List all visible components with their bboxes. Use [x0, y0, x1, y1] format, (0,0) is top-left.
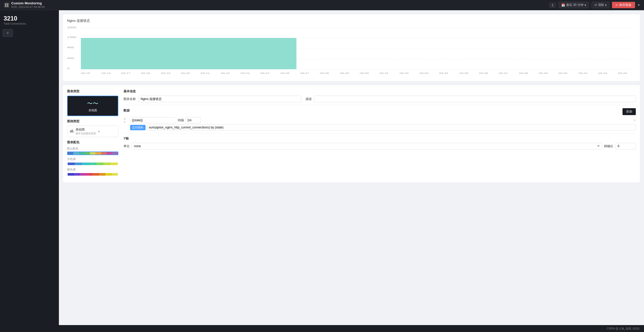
warm-palette[interactable]	[67, 173, 118, 176]
default-palette[interactable]	[67, 152, 118, 155]
chevron-down-icon-3: ▾	[98, 130, 100, 133]
app-logo	[4, 3, 9, 8]
chevron-down-icon-2: ▾	[605, 3, 607, 7]
legend-type-section: 图例类型 基础图 最常见的图表类型 ▾	[67, 119, 118, 137]
time-range-button[interactable]: 📅 最近 30 分钟 ▾	[558, 2, 589, 8]
legend-type-section-title: 图例类型	[67, 119, 118, 124]
warm-swatch-2	[74, 173, 80, 176]
svg-text:09:17: 09:17	[121, 72, 130, 74]
svg-rect-1	[7, 4, 8, 5]
svg-text:09:37: 09:37	[499, 72, 508, 74]
plus-icon: +	[6, 31, 9, 36]
refresh-icon: ↺	[594, 3, 597, 7]
palette-swatch-6	[96, 152, 101, 155]
desc-label: 描述	[306, 97, 312, 101]
warm-swatch-5	[93, 173, 99, 176]
divider-2	[123, 133, 636, 133]
svg-text:09:35: 09:35	[459, 72, 469, 74]
close-button[interactable]: ×	[638, 3, 640, 7]
move-down-icon: ▼	[123, 120, 129, 123]
svg-rect-0	[5, 4, 6, 5]
default-palette-label: 默认配色	[67, 147, 118, 150]
svg-text:450: 450	[67, 57, 74, 59]
color-palette-section: 图表配色 默认配色 冷色调	[67, 140, 118, 176]
yaxis-row: 单位 none 精确位	[123, 143, 636, 149]
yaxis-section: Y轴 单位 none 精确位	[123, 136, 636, 149]
svg-text:09:38: 09:38	[519, 72, 528, 74]
svg-marker-14	[81, 38, 296, 69]
query-input[interactable]	[147, 124, 636, 130]
main-content: Nginx 连接状态 1800 1350 900 450 0	[59, 10, 644, 332]
chart-panel: Nginx 连接状态 1800 1350 900 450 0	[63, 14, 640, 81]
cold-palette[interactable]	[67, 162, 118, 166]
desc-input[interactable]	[314, 96, 636, 102]
svg-rect-43	[70, 130, 71, 133]
chart-title: Nginx 连接状态	[67, 18, 636, 23]
data-query-row: 监控图标	[130, 124, 636, 130]
add-panel-button[interactable]: +	[3, 29, 13, 37]
chart-name-input[interactable]	[138, 96, 302, 102]
palette-swatch-1	[68, 152, 73, 155]
datasource-badge[interactable]: 监控图标	[130, 125, 146, 130]
basic-info-title: 基本信息	[123, 89, 636, 94]
refresh-label: 清除	[598, 3, 604, 7]
warm-swatch-7	[105, 173, 112, 176]
svg-text:09:16: 09:16	[101, 72, 111, 74]
svg-text:09:15: 09:15	[81, 72, 90, 74]
warm-swatch-1	[68, 173, 74, 176]
precision-input[interactable]	[615, 143, 636, 149]
move-up-icon: ▲	[123, 117, 129, 120]
svg-text:09:34: 09:34	[439, 72, 449, 74]
app-title: Custom Monitoring	[11, 1, 45, 5]
bar-chart-icon	[70, 129, 74, 133]
legend-name-input[interactable]	[130, 117, 176, 123]
svg-text:09:24: 09:24	[260, 72, 270, 74]
svg-text:1800: 1800	[67, 26, 76, 29]
cold-swatch-1	[68, 163, 75, 165]
warm-swatch-3	[80, 173, 87, 176]
calendar-icon: 📅	[561, 3, 565, 7]
legend-type-value: 基础图	[76, 127, 96, 132]
config-panel: 图表类型 〜〜 折线图 图例类型 基础图 最常见的图表类型	[63, 85, 640, 182]
svg-text:09:23: 09:23	[241, 72, 250, 74]
svg-text:09:18: 09:18	[141, 72, 150, 74]
topbar: Custom Monitoring 时间: 2023-04-07 09:46:0…	[0, 0, 644, 10]
panel-count-badge: 1	[549, 3, 556, 8]
delete-row-button[interactable]: ×	[634, 118, 636, 122]
svg-text:09:19: 09:19	[161, 72, 170, 74]
chart-container: 1800 1350 900 450 0 09:15 0	[67, 26, 636, 77]
chart-svg: 1800 1350 900 450 0 09:15 0	[67, 26, 636, 77]
step-input[interactable]	[185, 117, 201, 123]
svg-text:09:32: 09:32	[400, 72, 409, 74]
yaxis-section-title: Y轴	[123, 136, 636, 141]
svg-text:900: 900	[67, 46, 74, 49]
footer: CSDN @上海_远维_0先生	[0, 325, 644, 332]
move-icons[interactable]: ▲ ▼	[123, 117, 129, 123]
unit-select[interactable]: none	[132, 143, 602, 149]
warm-swatch-8	[112, 173, 118, 176]
time-range-label: 最近 30 分钟	[566, 3, 584, 7]
cold-swatch-6	[103, 163, 111, 165]
chevron-down-icon: ▾	[585, 3, 586, 7]
add-data-button[interactable]: 添加	[622, 108, 636, 115]
warm-swatch-6	[99, 173, 106, 176]
close-icon: ×	[638, 3, 640, 7]
color-section-title: 图表配色	[67, 140, 118, 145]
chart-type-selector[interactable]: 〜〜 折线图	[67, 96, 118, 116]
svg-rect-45	[72, 129, 73, 133]
svg-text:09:41: 09:41	[578, 72, 588, 74]
warm-swatch-4	[87, 173, 93, 176]
svg-rect-46	[73, 131, 74, 133]
legend-type-dropdown[interactable]: 基础图 最常见的图表类型 ▾	[67, 126, 118, 137]
palette-swatch-5	[90, 152, 96, 155]
topbar-left: Custom Monitoring 时间: 2023-04-07 09:46:0…	[4, 1, 45, 9]
svg-text:09:33: 09:33	[419, 72, 429, 74]
topbar-right: 1 📅 最近 30 分钟 ▾ ↺ 清除 ▾ ✏ 保存面板 ×	[549, 2, 640, 8]
app-subtitle: 时间: 2023-04-07 09:46:09	[11, 5, 45, 9]
save-button[interactable]: ✏ 保存面板	[612, 2, 635, 8]
svg-text:09:29: 09:29	[340, 72, 349, 74]
refresh-button[interactable]: ↺ 清除 ▾	[591, 2, 609, 8]
unit-label: 单位	[123, 144, 130, 148]
cold-swatch-7	[111, 163, 118, 165]
svg-text:09:43: 09:43	[618, 72, 627, 74]
